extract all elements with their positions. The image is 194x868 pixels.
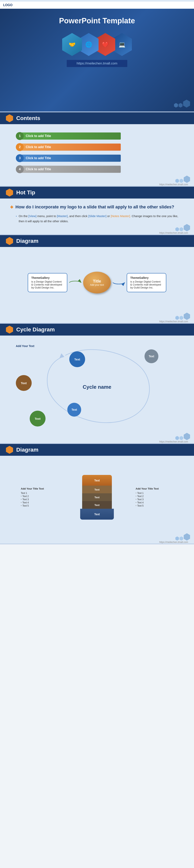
section-header-cycle: Cycle Diagram (0, 324, 194, 336)
section-hex-cycle (6, 326, 13, 334)
diagram2-right-item-4: • Text 4 (136, 501, 173, 504)
cycle-node-5: Text (30, 411, 46, 427)
square-bullet-icon: ▪ (16, 214, 17, 224)
section-hex-diagram1 (6, 237, 13, 245)
slide-6: Diagram Add Your Title Text Text 1 • Tex… (0, 444, 194, 544)
cyl-mid2: Text (82, 493, 112, 501)
content-number-2: 2 (16, 143, 24, 151)
content-number-4: 4 (16, 165, 24, 173)
diagram2-right-item-5: • Text 5 (136, 504, 173, 507)
diagram2-left-item-3: • Text 3 (21, 498, 58, 501)
content-bar-1[interactable]: Click to add Title (22, 132, 121, 140)
slide1-url: https://meilechen.tmall.com (67, 60, 127, 67)
diagram-center-title: Title (93, 279, 101, 283)
section-title-contents: Contents (16, 115, 40, 121)
highlight-master: [Master] (57, 214, 67, 218)
section-hex-contents (6, 114, 13, 122)
slide-2: Contents 1 Click to add Title 2 Click to… (0, 112, 194, 187)
diagram-left-body: is a Design Digital Content & Contents m… (31, 280, 64, 289)
content-item-2[interactable]: 2 Click to add Title (16, 143, 178, 151)
slide3-url: https://meilechen.tmall.com (0, 231, 194, 234)
cycle-node-4: Text (67, 403, 81, 416)
highlight-notes: [Notes Master]. (111, 214, 131, 218)
diagram-center-sub: Add your text (90, 283, 104, 286)
slide1-title: PowerPoint Template (59, 17, 135, 25)
content-bar-4[interactable]: Click to add Title (22, 166, 121, 173)
slide6-url: https://meilechen.tmall.com (0, 541, 194, 544)
diagram2-left-item-1: Text 1 (21, 492, 58, 495)
slide-3: Hot Tip ❖ How do I incorporate my logo t… (0, 187, 194, 235)
hot-tip-detail: On the [View] menu, point to [Master], a… (19, 214, 184, 224)
content-item-1[interactable]: 1 Click to add Title (16, 132, 178, 140)
slide4-url: https://meilechen.tmall.com (0, 320, 194, 323)
diagram2-left-item-2: • Text 2 (21, 495, 58, 498)
diagram2-right-item-3: • Text 3 (136, 498, 173, 501)
highlight-slide: [Slide Master] (88, 214, 107, 218)
cyl-mid3: Text (82, 501, 112, 509)
diagram2-right-item-1: • Text 1 (136, 492, 173, 495)
slide2-url: https://meilechen.tmall.com (0, 183, 194, 186)
section-header-contents: Contents (0, 112, 194, 124)
diagram2-body: Add Your Title Text Text 1 • Text 2 • Te… (0, 456, 194, 539)
cycle-node-3: Text (16, 375, 32, 391)
diagram2-right: Add Your Title Text • Text 1 • Text 2 • … (136, 487, 173, 507)
content-bar-2[interactable]: Click to add Title (22, 144, 121, 151)
diagram-left-title: ThemeGallery (31, 276, 64, 279)
logo-text: LOGO (3, 3, 12, 7)
cyl-bottom: Text (80, 509, 114, 520)
section-hex-diagram2 (6, 446, 13, 454)
diagram-left-box: ThemeGallery is a Design Digital Content… (28, 273, 67, 292)
diagram-body: ThemeGallery is a Design Digital Content… (0, 247, 194, 318)
content-item-4[interactable]: 4 Click to add Title (16, 165, 178, 173)
content-number-1: 1 (16, 132, 24, 140)
diagram2-left-item-4: • Text 4 (21, 501, 58, 504)
content-item-3[interactable]: 3 Click to add Title (16, 154, 178, 162)
diagram-center-oval: Title Add your text (83, 272, 111, 293)
diagram2-right-title: Add Your Title Text (136, 487, 173, 490)
right-arrow (111, 279, 127, 286)
content-bar-3[interactable]: Click to add Title (22, 155, 121, 162)
slide-5: Cycle Diagram Add Your Text Cycle name T… (0, 324, 194, 444)
title-slide-bg: PowerPoint Template 🤝 🌐 ❤️ 💻 https://mei… (0, 9, 194, 112)
cyl-mid1: Text (82, 486, 112, 494)
diagram2-left-item-5: • Text 5 (21, 504, 58, 507)
section-header-hottip: Hot Tip (0, 187, 194, 198)
diagram-right-body: is a Design Digital Content & Contents m… (130, 280, 163, 289)
section-title-hottip: Hot Tip (16, 189, 35, 196)
hot-tip-body: ❖ How do I incorporate my logo to a slid… (0, 198, 194, 229)
section-title-diagram1: Diagram (16, 238, 38, 244)
cycle-node-1: Text (69, 351, 85, 367)
hot-tip-answer: ▪ On the [View] menu, point to [Master],… (16, 214, 184, 224)
svg-marker-0 (59, 353, 64, 358)
section-header-diagram2: Diagram (0, 444, 194, 456)
slide5-url: https://meilechen.tmall.com (0, 440, 194, 443)
contents-body: 1 Click to add Title 2 Click to add Titl… (0, 124, 194, 181)
content-number-3: 3 (16, 154, 24, 162)
diagram2-left: Add Your Title Text Text 1 • Text 2 • Te… (21, 487, 58, 507)
diamond-bullet-icon: ❖ (10, 205, 13, 210)
hot-tip-question-text: How do I incorporate my logo to a slide … (16, 205, 174, 210)
cycle-node-2: Text (144, 349, 158, 363)
cyl-top: Text (82, 475, 112, 486)
diagram-right-box: ThemeGallery is a Design Digital Content… (127, 273, 166, 292)
section-header-diagram1: Diagram (0, 235, 194, 247)
left-arrow (67, 279, 83, 286)
diagram2-right-item-2: • Text 2 (136, 495, 173, 498)
slide-4: Diagram ThemeGallery is a Design Digital… (0, 235, 194, 324)
hot-tip-question: ❖ How do I incorporate my logo to a slid… (10, 205, 184, 210)
section-hex-hottip (6, 189, 13, 196)
slide-1: LOGO PowerPoint Template 🤝 🌐 ❤️ 💻 https (0, 0, 194, 112)
section-title-diagram2: Diagram (16, 447, 38, 453)
section-title-cycle: Cycle Diagram (16, 327, 55, 333)
diagram2-left-title: Add Your Title Text (21, 487, 58, 490)
diagram-right-title: ThemeGallery (130, 276, 163, 279)
highlight-view: [View] (28, 214, 36, 218)
hex-image-1: 🤝 (62, 33, 82, 56)
cycle-body: Add Your Text Cycle name Text Text Text … (0, 336, 194, 438)
diagram2-center: Text Text Text Text Text (80, 475, 114, 520)
